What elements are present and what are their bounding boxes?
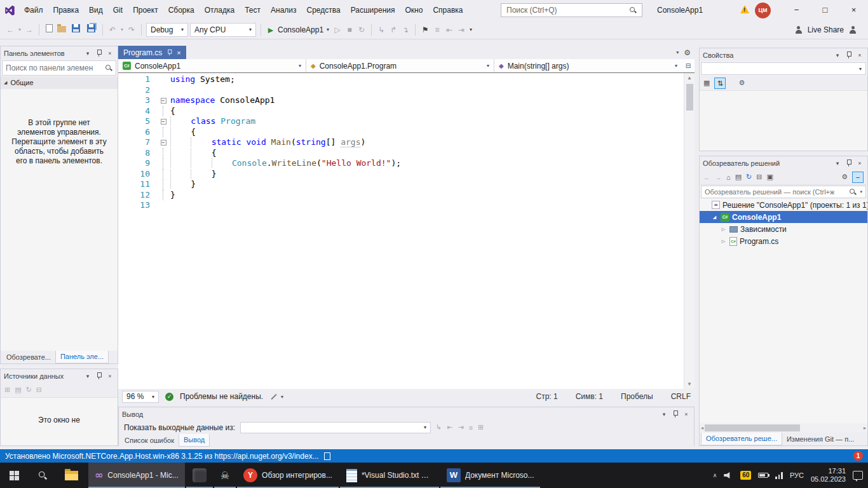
fold-margin[interactable] xyxy=(156,179,170,190)
step-into-icon[interactable]: ↳ xyxy=(376,23,386,37)
run-target-label[interactable]: ConsoleApp1 xyxy=(278,25,323,34)
file-explorer-button[interactable] xyxy=(57,463,86,488)
user-avatar[interactable]: ЦМ xyxy=(755,3,771,18)
code-lines[interactable]: 1using System;23−namespace ConsoleApp14{… xyxy=(118,73,695,211)
line-indicator[interactable]: Стр: 1 xyxy=(536,392,558,401)
clock[interactable]: 17:31 05.02.2023 xyxy=(811,467,846,484)
menu-item-7[interactable]: Тест xyxy=(240,0,266,20)
output-source-dropdown[interactable]: ▾ xyxy=(240,422,431,433)
code-line-12[interactable]: 12} xyxy=(118,190,695,201)
toolbox-search-input[interactable]: Поиск по панели элемен xyxy=(2,60,116,76)
tree-item-csfile[interactable]: ▷C#Program.cs xyxy=(700,235,867,247)
menu-item-5[interactable]: Сборка xyxy=(163,0,200,20)
scroll-down-icon[interactable]: ▼ xyxy=(687,379,692,389)
forward-icon[interactable]: → xyxy=(715,173,722,181)
code-line-2[interactable]: 2 xyxy=(118,85,695,96)
horizontal-scrollbar[interactable]: ◂ ▸ xyxy=(700,423,867,433)
toolbar-options-icon[interactable]: ▾ xyxy=(468,23,473,37)
fold-margin[interactable] xyxy=(156,190,170,201)
find-message-icon[interactable]: ↳ xyxy=(436,423,442,431)
code-line-13[interactable]: 13 xyxy=(118,200,695,211)
search-options-dropdown-icon[interactable]: ▾ xyxy=(860,189,862,194)
remove-source-icon[interactable]: ⊟ xyxy=(36,386,42,394)
taskbar-button-word[interactable]: WДокумент Microso... xyxy=(440,463,541,488)
step-over-icon[interactable]: ↱ xyxy=(388,23,398,37)
quick-search-box[interactable]: Поиск (Ctrl+Q) xyxy=(501,3,642,17)
taskbar-search-button[interactable] xyxy=(29,463,57,488)
properties-header[interactable]: Свойства ▾ × xyxy=(700,48,867,62)
battery-icon[interactable] xyxy=(758,473,768,478)
line-ending-indicator[interactable]: CRLF xyxy=(671,392,691,401)
fold-margin[interactable] xyxy=(156,158,170,169)
live-share-label[interactable]: Live Share xyxy=(808,25,844,34)
taskbar-button-notepad[interactable]: *Visual Studio.txt – ... xyxy=(340,463,439,488)
notification-badge[interactable]: 1 xyxy=(853,451,863,461)
run-target-dropdown-icon[interactable]: ▾ xyxy=(325,23,330,37)
fold-margin[interactable] xyxy=(156,169,170,180)
taskbar-button-visual-studio[interactable]: ∞ConsoleApp1 - Mic... xyxy=(88,463,185,488)
refresh-icon[interactable]: ↻ xyxy=(26,386,32,394)
add-source-icon[interactable]: ⊞ xyxy=(4,386,10,394)
chevron-down-icon[interactable]: ▾ xyxy=(83,373,92,379)
pin-icon[interactable] xyxy=(846,159,851,166)
menu-item-4[interactable]: Проект xyxy=(128,0,163,20)
taskbar-button-dark-app[interactable] xyxy=(186,463,213,488)
output-tab-1[interactable]: Вывод xyxy=(179,434,210,447)
tree-item-dependencies[interactable]: ▷Зависимости xyxy=(700,223,867,235)
fold-margin[interactable] xyxy=(156,200,170,211)
solution-tab-1[interactable]: Изменения Git — п... xyxy=(782,433,858,445)
expander-icon[interactable]: ▷ xyxy=(720,227,727,232)
code-cleanup-dropdown-icon[interactable]: ▾ xyxy=(281,394,283,400)
project-dropdown[interactable]: C# ConsoleApp1 ▾ xyxy=(118,59,306,72)
refresh-icon[interactable]: ↻ xyxy=(746,173,752,181)
fold-collapse-icon[interactable]: − xyxy=(161,140,166,146)
menu-item-3[interactable]: Git xyxy=(108,0,128,20)
gear-icon[interactable]: ⚙ xyxy=(684,48,691,57)
menu-item-11[interactable]: Окно xyxy=(400,0,428,20)
expander-icon[interactable]: ▷ xyxy=(720,239,727,244)
match-brace-icon[interactable]: ≡ xyxy=(432,23,442,37)
close-icon[interactable]: × xyxy=(105,373,114,379)
scroll-left-icon[interactable]: ◂ xyxy=(701,425,703,431)
pin-icon[interactable] xyxy=(672,410,678,417)
menu-item-6[interactable]: Отладка xyxy=(200,0,240,20)
split-window-icon[interactable]: ⊟ xyxy=(682,59,695,72)
menu-item-10[interactable]: Расширения xyxy=(346,0,400,20)
member-dropdown[interactable]: ◆ Main(string[] args) ▾ xyxy=(494,59,682,72)
solution-platform-dropdown[interactable]: Any CPU▾ xyxy=(190,23,256,37)
output-tab-0[interactable]: Список ошибок xyxy=(120,435,179,447)
menu-item-0[interactable]: Файл xyxy=(19,0,48,20)
chevron-down-icon[interactable]: ▾ xyxy=(833,52,842,58)
switch-views-icon[interactable]: − xyxy=(852,172,864,183)
solution-explorer-header[interactable]: Обозреватель решений ▾ × xyxy=(700,156,867,170)
fold-collapse-icon[interactable]: − xyxy=(161,119,166,125)
scroll-right-icon[interactable]: ▸ xyxy=(864,425,866,431)
next-message-icon[interactable]: ⇥ xyxy=(458,423,463,431)
wrench-icon[interactable]: ⚙ xyxy=(841,173,848,181)
pin-icon[interactable] xyxy=(96,50,102,57)
step-out-icon[interactable]: ↴ xyxy=(400,23,410,37)
code-line-8[interactable]: 8 { xyxy=(118,148,695,159)
fold-margin[interactable]: − xyxy=(156,95,170,106)
new-file-icon[interactable] xyxy=(44,23,54,37)
code-line-5[interactable]: 5− class Program xyxy=(118,116,695,127)
open-file-icon[interactable] xyxy=(56,23,67,37)
code-line-7[interactable]: 7− static void Main(string[] args) xyxy=(118,137,695,148)
bookmark-icon[interactable]: ⚑ xyxy=(420,23,430,37)
increase-indent-icon[interactable]: ⇥ xyxy=(456,23,466,37)
property-pages-icon[interactable]: ⚙ xyxy=(738,79,745,87)
active-files-dropdown-icon[interactable]: ▾ xyxy=(676,50,679,55)
menu-item-9[interactable]: Средства xyxy=(302,0,346,20)
home-icon[interactable]: ⌂ xyxy=(726,173,731,181)
battery-percent-badge[interactable]: 60 xyxy=(740,471,751,480)
pin-icon[interactable] xyxy=(96,372,102,379)
health-status-label[interactable]: Проблемы не найдены. xyxy=(180,392,263,401)
code-line-11[interactable]: 11 } xyxy=(118,179,695,190)
network-icon[interactable] xyxy=(775,472,783,479)
menu-item-12[interactable]: Справка xyxy=(428,0,468,20)
tree-item-solution[interactable]: ∞Решение "ConsoleApp1" (проекты: 1 из 1) xyxy=(700,199,867,211)
taskbar-button-y-browser[interactable]: YОбзор интегриров... xyxy=(237,463,339,488)
document-tab-program-cs[interactable]: Program.cs × xyxy=(118,46,186,59)
type-dropdown[interactable]: ◆ ConsoleApp1.Program ▾ xyxy=(306,59,494,72)
fold-margin[interactable] xyxy=(156,148,170,159)
